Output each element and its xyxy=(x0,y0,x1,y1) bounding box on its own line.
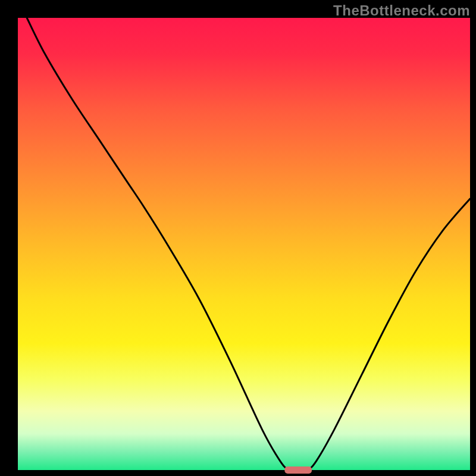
watermark-text: TheBottleneck.com xyxy=(333,2,470,19)
optimal-marker xyxy=(284,466,312,474)
chart-container: TheBottleneck.com xyxy=(0,0,476,476)
gradient-background xyxy=(18,18,470,470)
bottleneck-chart xyxy=(0,0,476,476)
